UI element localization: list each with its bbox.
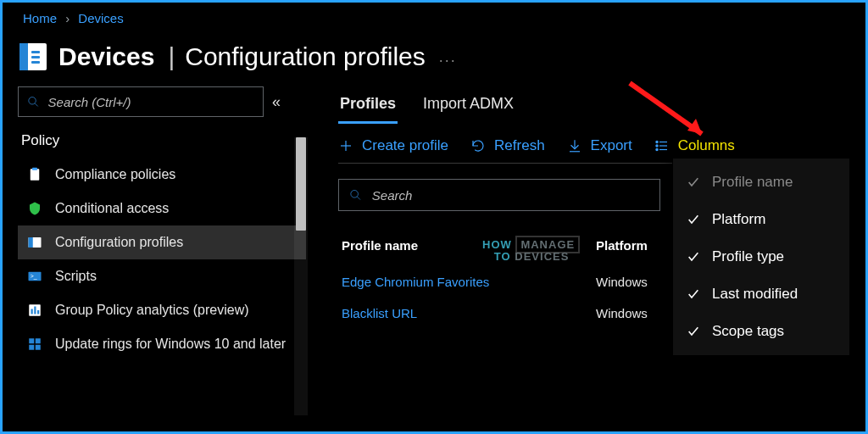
profile-link[interactable]: Edge Chromium Favorites [342,275,545,289]
svg-point-25 [656,148,658,150]
watermark: HOW MANAGE TO DEVICES [482,239,580,264]
columns-option-profile-type[interactable]: Profile type [673,238,849,275]
columns-option-label: Scope tags [712,323,784,340]
sidebar-item-label: Scripts [55,268,298,284]
sidebar-item-label: Group Policy analytics (preview) [55,302,298,318]
columns-button[interactable]: Columns [654,137,735,154]
svg-line-27 [357,197,360,200]
terminal-icon: >_ [26,268,43,285]
chevron-right-icon: › [65,11,70,25]
sidebar-item-label: Update rings for Windows 10 and later [55,336,298,352]
columns-option-label: Last modified [712,286,798,303]
svg-point-0 [29,97,36,104]
sidebar-item-label: Configuration profiles [55,234,298,250]
svg-rect-2 [31,169,40,181]
refresh-button[interactable]: Refresh [470,137,545,154]
svg-rect-13 [36,338,41,343]
sidebar-item-group-policy-analytics[interactable]: Group Policy analytics (preview) [18,293,306,327]
search-icon [349,188,362,202]
refresh-label: Refresh [494,137,545,154]
svg-rect-11 [37,310,39,314]
sidebar-scrollbar[interactable] [294,137,308,415]
clipboard-icon [26,166,43,183]
columns-option-label: Platform [712,211,765,228]
columns-option-last-modified[interactable]: Last modified [673,275,849,313]
sidebar-item-update-rings[interactable]: Update rings for Windows 10 and later [18,327,306,361]
profiles-search[interactable] [338,179,660,211]
sidebar-item-compliance-policies[interactable]: Compliance policies [18,158,306,192]
tab-profiles[interactable]: Profiles [338,90,398,124]
page-title-row: Devices | Configuration profiles ··· [18,32,850,86]
sidebar-item-label: Compliance policies [55,166,298,182]
columns-label: Columns [678,137,735,154]
check-icon [687,325,700,338]
export-button[interactable]: Export [567,137,632,154]
columns-option-label: Profile type [712,248,784,265]
windows-icon [26,336,43,353]
scrollbar-thumb[interactable] [296,137,306,231]
columns-option-label: Profile name [712,174,793,191]
svg-point-23 [656,141,658,142]
analytics-icon [26,302,43,319]
tab-import-admx[interactable]: Import ADMX [421,90,515,124]
devices-icon [19,43,47,70]
sidebar-item-conditional-access[interactable]: Conditional access [18,192,306,225]
more-icon[interactable]: ··· [439,52,457,70]
sidebar: « Policy Compliance policies Conditional… [18,86,306,415]
create-profile-button[interactable]: Create profile [338,137,448,154]
refresh-icon [470,138,486,153]
shield-icon [26,200,43,217]
sidebar-nav: Compliance policies Conditional access C… [18,158,306,361]
svg-rect-5 [29,237,33,248]
svg-line-1 [35,103,38,107]
main-panel: Profiles Import ADMX Create profile Refr… [321,86,850,415]
svg-text:>_: >_ [31,273,37,280]
sidebar-search-input[interactable] [48,95,254,109]
search-icon [27,95,40,108]
breadcrumb-devices[interactable]: Devices [78,11,123,25]
sidebar-section-policy: Policy [21,132,306,149]
svg-rect-12 [29,338,34,343]
check-icon [687,250,700,264]
download-icon [567,138,582,153]
columns-option-profile-name[interactable]: Profile name [673,164,849,201]
columns-dropdown: Profile name Platform Profile type Last … [672,158,850,356]
svg-rect-9 [31,309,33,314]
breadcrumb: Home › Devices [18,8,850,32]
check-icon [687,175,700,189]
svg-point-26 [351,190,359,198]
profile-icon [26,234,43,251]
sidebar-search[interactable] [18,86,264,117]
check-icon [687,287,700,301]
toolbar: Create profile Refresh Export Columns [338,137,850,154]
page-title: Devices | Configuration profiles ··· [58,42,457,71]
columns-option-platform[interactable]: Platform [673,201,849,238]
sidebar-item-scripts[interactable]: >_ Scripts [18,259,306,293]
page-title-strong: Devices [58,42,154,71]
svg-rect-10 [34,307,36,314]
page-title-rest: Configuration profiles [185,42,426,71]
list-icon [654,138,670,153]
sidebar-item-label: Conditional access [55,200,298,216]
export-label: Export [591,137,632,154]
check-icon [687,213,700,226]
svg-point-24 [656,145,658,147]
collapse-sidebar-icon[interactable]: « [272,93,281,111]
sidebar-item-configuration-profiles[interactable]: Configuration profiles [18,225,306,259]
plus-icon [338,138,353,153]
svg-rect-15 [36,345,41,350]
breadcrumb-home[interactable]: Home [23,11,57,25]
profiles-search-input[interactable] [372,188,649,203]
tabs: Profiles Import ADMX [338,90,850,124]
create-profile-label: Create profile [362,137,448,154]
columns-option-scope-tags[interactable]: Scope tags [673,313,849,350]
profile-link[interactable]: Blacklist URL [342,306,545,320]
svg-rect-3 [32,168,37,170]
svg-rect-14 [29,345,34,350]
